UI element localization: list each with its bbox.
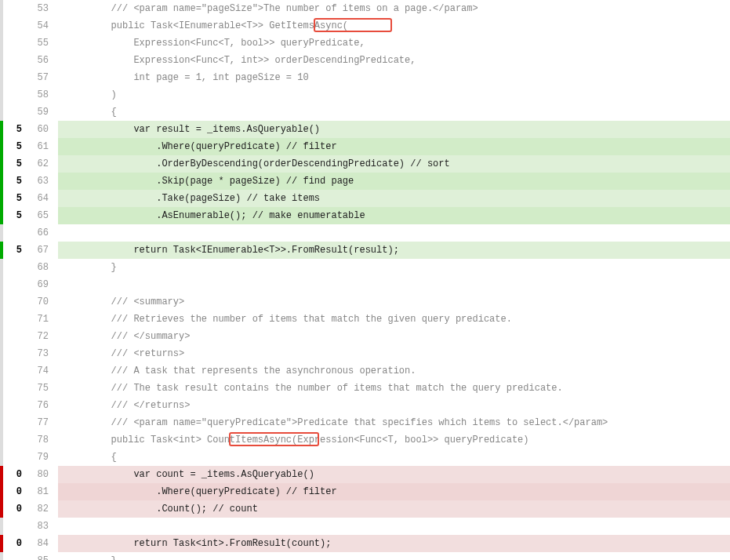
coverage-count <box>3 0 27 17</box>
line-number: 71 <box>27 311 58 328</box>
source-cell: Expression<Func<T, int>> orderDescending… <box>58 52 730 69</box>
line-number: 60 <box>27 121 58 138</box>
coverage-count <box>3 311 27 328</box>
line-number: 64 <box>27 190 58 207</box>
code-line[interactable]: 68 } <box>0 259 730 276</box>
coverage-count <box>3 431 27 449</box>
source-text: /// <param name="pageSize">The number of… <box>66 3 478 14</box>
coverage-count: 5 <box>3 207 27 224</box>
source-cell: .AsEnumerable(); // make enumeratable <box>58 207 730 224</box>
line-number: 80 <box>27 466 58 483</box>
coverage-count <box>3 362 27 380</box>
source-cell: .Take(pageSize) // take items <box>58 190 730 207</box>
code-line[interactable]: 082 .Count(); // count <box>0 500 730 518</box>
source-cell: /// The task result contains the number … <box>58 380 730 397</box>
line-number: 69 <box>27 276 58 293</box>
source-cell: int page = 1, int pageSize = 10 <box>58 69 730 86</box>
coverage-count <box>3 69 27 86</box>
line-number: 78 <box>27 431 58 449</box>
source-cell: .OrderByDescending(orderDescendingPredic… <box>58 155 730 173</box>
source-cell <box>58 224 730 242</box>
coverage-count: 5 <box>3 138 27 155</box>
source-cell: /// <returns> <box>58 345 730 362</box>
code-line[interactable]: 563 .Skip(page * pageSize) // find page <box>0 173 730 190</box>
code-line[interactable]: 54 public Task<IEnumerable<T>> GetItemsA… <box>0 17 730 35</box>
source-text: /// A task that represents the asynchron… <box>66 365 416 376</box>
source-cell: return Task<IEnumerable<T>>.FromResult(r… <box>58 242 730 259</box>
code-line[interactable]: 58 ) <box>0 86 730 104</box>
code-line[interactable]: 78 public Task<int> CountItemsAsync(Expr… <box>0 431 730 449</box>
code-line[interactable]: 55 Expression<Func<T, bool>> queryPredic… <box>0 35 730 52</box>
code-line[interactable]: 081 .Where(queryPredicate) // filter <box>0 483 730 500</box>
source-cell: /// A task that represents the asynchron… <box>58 362 730 380</box>
code-line[interactable]: 560 var result = _items.AsQueryable() <box>0 121 730 138</box>
source-cell <box>58 518 730 535</box>
source-text: int page = 1, int pageSize = 10 <box>66 72 309 83</box>
coverage-count <box>3 17 27 35</box>
coverage-count <box>3 397 27 414</box>
line-number: 61 <box>27 138 58 155</box>
source-text: public Task<IEnumerable<T>> GetItemsAsyn… <box>66 20 348 31</box>
line-number: 67 <box>27 242 58 259</box>
code-line[interactable]: 85 } <box>0 552 730 560</box>
code-line[interactable]: 080 var count = _items.AsQueryable() <box>0 466 730 483</box>
coverage-count <box>3 345 27 362</box>
source-text: /// The task result contains the number … <box>66 383 563 394</box>
source-text: .AsEnumerable(); // make enumeratable <box>66 210 365 221</box>
code-line[interactable]: 79 { <box>0 449 730 466</box>
coverage-count: 5 <box>3 155 27 173</box>
code-line[interactable]: 565 .AsEnumerable(); // make enumeratabl… <box>0 207 730 224</box>
source-cell: return Task<int>.FromResult(count); <box>58 535 730 552</box>
source-text: .Skip(page * pageSize) // find page <box>66 176 354 187</box>
code-line[interactable]: 564 .Take(pageSize) // take items <box>0 190 730 207</box>
coverage-count: 5 <box>3 121 27 138</box>
source-text: var result = _items.AsQueryable() <box>66 124 320 135</box>
code-line[interactable]: 76 /// </returns> <box>0 397 730 414</box>
coverage-count <box>3 552 27 560</box>
code-line[interactable]: 70 /// <summary> <box>0 293 730 311</box>
line-number: 55 <box>27 35 58 52</box>
code-line[interactable]: 74 /// A task that represents the asynch… <box>0 362 730 380</box>
source-cell: /// <summary> <box>58 293 730 311</box>
line-number: 70 <box>27 293 58 311</box>
source-text: return Task<IEnumerable<T>>.FromResult(r… <box>66 245 399 256</box>
code-line[interactable]: 53 /// <param name="pageSize">The number… <box>0 0 730 17</box>
source-text: /// Retrieves the number of items that m… <box>66 314 512 325</box>
source-cell: public Task<IEnumerable<T>> GetItemsAsyn… <box>58 17 730 35</box>
source-text: /// </returns> <box>66 400 190 411</box>
source-cell: /// <param name="pageSize">The number of… <box>58 0 730 17</box>
line-number: 72 <box>27 328 58 345</box>
source-cell: } <box>58 552 730 560</box>
coverage-count: 5 <box>3 190 27 207</box>
source-cell: /// </summary> <box>58 328 730 345</box>
coverage-count <box>3 52 27 69</box>
code-line[interactable]: 66 <box>0 224 730 242</box>
line-number: 59 <box>27 104 58 121</box>
line-number: 66 <box>27 224 58 242</box>
coverage-count <box>3 518 27 535</box>
line-number: 76 <box>27 397 58 414</box>
code-line[interactable]: 72 /// </summary> <box>0 328 730 345</box>
code-line[interactable]: 73 /// <returns> <box>0 345 730 362</box>
code-line[interactable]: 59 { <box>0 104 730 121</box>
code-line[interactable]: 71 /// Retrieves the number of items tha… <box>0 311 730 328</box>
line-number: 82 <box>27 500 58 518</box>
code-line[interactable]: 69 <box>0 276 730 293</box>
line-number: 58 <box>27 86 58 104</box>
source-text: return Task<int>.FromResult(count); <box>66 538 331 549</box>
source-cell: } <box>58 259 730 276</box>
source-cell: /// <param name="queryPredicate">Predica… <box>58 414 730 431</box>
code-line[interactable]: 084 return Task<int>.FromResult(count); <box>0 535 730 552</box>
code-line[interactable]: 57 int page = 1, int pageSize = 10 <box>0 69 730 86</box>
code-line[interactable]: 567 return Task<IEnumerable<T>>.FromResu… <box>0 242 730 259</box>
code-line[interactable]: 75 /// The task result contains the numb… <box>0 380 730 397</box>
code-line[interactable]: 77 /// <param name="queryPredicate">Pred… <box>0 414 730 431</box>
code-line[interactable]: 562 .OrderByDescending(orderDescendingPr… <box>0 155 730 173</box>
code-line[interactable]: 83 <box>0 518 730 535</box>
code-line[interactable]: 56 Expression<Func<T, int>> orderDescend… <box>0 52 730 69</box>
code-line[interactable]: 561 .Where(queryPredicate) // filter <box>0 138 730 155</box>
coverage-count <box>3 224 27 242</box>
coverage-count: 5 <box>3 242 27 259</box>
coverage-count <box>3 86 27 104</box>
line-number: 56 <box>27 52 58 69</box>
